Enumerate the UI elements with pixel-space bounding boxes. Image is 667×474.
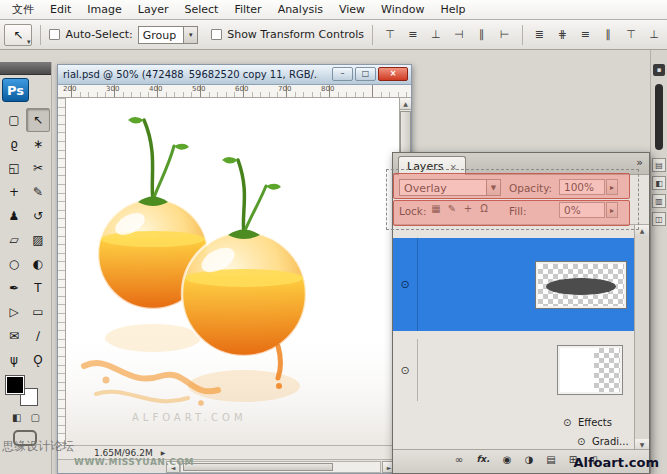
canvas[interactable]: ALFOART.COM (66, 98, 399, 445)
slice-tool[interactable]: ✂ (26, 156, 50, 180)
foreground-color-swatch[interactable] (6, 376, 24, 394)
dock-collapse-bar[interactable] (655, 84, 663, 150)
history-brush-tool[interactable]: ↺ (26, 204, 50, 228)
brush-tool[interactable]: ✎ (26, 180, 50, 204)
ruler-tick-label: 300 (106, 85, 119, 93)
menu-item-image[interactable]: Image (79, 0, 129, 20)
vertical-scroll-thumb[interactable] (400, 111, 411, 157)
fill-value-field[interactable]: 0% (559, 202, 605, 218)
align-button[interactable]: ≡ (404, 26, 422, 44)
menu-item-file[interactable]: 文件 (4, 0, 42, 21)
maximize-button[interactable]: □ (355, 67, 376, 81)
auto-select-checkbox[interactable] (49, 29, 60, 40)
auto-select-label: Auto-Select: (65, 28, 132, 41)
align-button[interactable]: ⊥ (427, 26, 445, 44)
zoom-tool[interactable]: Ǫ (26, 348, 50, 372)
adjustment-layer-icon[interactable]: ◑ (519, 454, 539, 465)
move-tool[interactable]: ↖ (26, 108, 50, 132)
menu-item-filter[interactable]: Filter (226, 0, 269, 20)
horizontal-scroll-track[interactable] (180, 461, 381, 473)
notes-tool[interactable]: ✉ (2, 324, 26, 348)
align-button[interactable]: ⊢ (496, 26, 514, 44)
hand-tool[interactable]: ψ (2, 348, 26, 372)
minimize-button[interactable]: – (332, 67, 353, 81)
visibility-eye-icon[interactable]: ⊙ (577, 436, 585, 447)
lock-transparency-icon[interactable]: ▦ (429, 203, 443, 214)
eraser-tool[interactable]: ▱ (2, 228, 26, 252)
horizontal-scroll-thumb[interactable] (183, 463, 333, 471)
dock-handle-icon[interactable]: ▪ (653, 64, 665, 76)
tab-close-icon[interactable]: × (449, 162, 457, 172)
visibility-eye-icon[interactable]: ⊙ (563, 417, 571, 428)
opacity-slider-icon[interactable]: ▸ (606, 179, 618, 195)
menu-item-view[interactable]: View (331, 0, 373, 20)
tab-layers[interactable]: Layers× (398, 156, 466, 175)
opacity-value-field[interactable]: 100% (559, 179, 605, 195)
dodge-tool[interactable]: ◐ (26, 252, 50, 276)
layers-scrollbar[interactable]: ▲ ▼ (634, 225, 649, 451)
distribute-button[interactable]: ≡ (576, 26, 594, 44)
scroll-up-icon[interactable]: ▲ (635, 225, 649, 237)
menu-item-window[interactable]: Window (373, 0, 432, 20)
move-tool-preset-button[interactable]: ↖ ▾ (4, 24, 32, 46)
magic-wand-tool[interactable]: ∗ (26, 132, 50, 156)
auto-select-dropdown[interactable]: Group ▾ (138, 26, 198, 44)
shape-tool[interactable]: ▭ (26, 300, 50, 324)
status-menu-icon[interactable]: ▶ (161, 449, 166, 456)
pen-tool[interactable]: ✒ (2, 276, 26, 300)
quick-mask-button[interactable]: ◧ (12, 412, 21, 423)
healing-brush-tool[interactable]: + (2, 180, 26, 204)
distribute-button[interactable]: ≣ (531, 26, 549, 44)
align-button[interactable]: ⊣ (450, 26, 468, 44)
visibility-eye-icon[interactable]: ⊙ (393, 238, 418, 331)
eyedropper-tool[interactable]: ∕ (26, 324, 50, 348)
lock-position-icon[interactable]: + (461, 203, 475, 214)
lock-all-icon[interactable]: Ω (477, 203, 491, 214)
document-titlebar[interactable]: rial.psd @ 50% (472488_59682520 copy 11,… (58, 65, 411, 85)
gradient-overlay-label: Gradi... (592, 436, 629, 447)
align-button[interactable]: ∥ (473, 26, 491, 44)
distribute-button[interactable]: ⋕ (553, 26, 571, 44)
collapsed-panel-icon[interactable]: ▥ (652, 194, 666, 208)
link-layers-icon[interactable]: ∞ (449, 454, 469, 465)
lock-pixels-icon[interactable]: ✎ (445, 203, 459, 214)
close-button[interactable]: × (378, 67, 408, 81)
fill-slider-icon[interactable]: ▸ (606, 202, 618, 218)
collapsed-panel-icon[interactable]: ◫ (652, 212, 666, 226)
lasso-tool[interactable]: ϱ (2, 132, 26, 156)
menu-item-help[interactable]: Help (432, 0, 473, 20)
menu-item-select[interactable]: Select (176, 0, 226, 20)
show-transform-checkbox[interactable] (211, 29, 222, 40)
distribute-button[interactable]: ⊥ (645, 26, 663, 44)
panel-tab-bar[interactable]: Layers× » (393, 153, 649, 175)
type-tool[interactable]: T (26, 276, 50, 300)
collapsed-panel-icon[interactable]: ◧ (652, 176, 666, 190)
layer-row[interactable]: ⊙ (393, 339, 634, 401)
layer-thumbnail[interactable] (558, 346, 622, 394)
effects-row[interactable]: ⊙ Effects (393, 417, 634, 432)
layer-style-icon[interactable]: fx. (473, 454, 493, 464)
align-button[interactable]: ⊤ (381, 26, 399, 44)
blur-tool[interactable]: ○ (2, 252, 26, 276)
blend-mode-dropdown[interactable]: Overlay ▼ (399, 179, 501, 196)
clone-stamp-tool[interactable]: ♟ (2, 204, 26, 228)
collapsed-panel-icon[interactable]: ▤ (652, 158, 666, 172)
toolbox-grip[interactable] (0, 62, 51, 75)
distribute-button[interactable]: ⊤ (622, 26, 640, 44)
menu-item-layer[interactable]: Layer (130, 0, 177, 20)
menu-item-edit[interactable]: Edit (42, 0, 79, 20)
visibility-eye-icon[interactable]: ⊙ (393, 339, 418, 401)
layer-mask-icon[interactable]: ◉ (497, 454, 517, 465)
menu-item-analysis[interactable]: Analysis (270, 0, 331, 20)
panel-collapse-icon[interactable]: » (636, 156, 643, 169)
scroll-up-icon[interactable]: ▲ (400, 98, 411, 110)
standard-mode-button[interactable]: ▢ (31, 412, 40, 423)
layer-group-icon[interactable]: ▤ (541, 454, 561, 465)
gradient-tool[interactable]: ▨ (26, 228, 50, 252)
distribute-button[interactable]: ∥ (599, 26, 617, 44)
layer-thumbnail[interactable] (536, 262, 626, 308)
path-selection-tool[interactable]: ▷ (2, 300, 26, 324)
rectangular-marquee-tool[interactable]: ▢ (2, 108, 26, 132)
layer-row-selected[interactable]: ⊙ (393, 238, 634, 331)
crop-tool[interactable]: ◱ (2, 156, 26, 180)
